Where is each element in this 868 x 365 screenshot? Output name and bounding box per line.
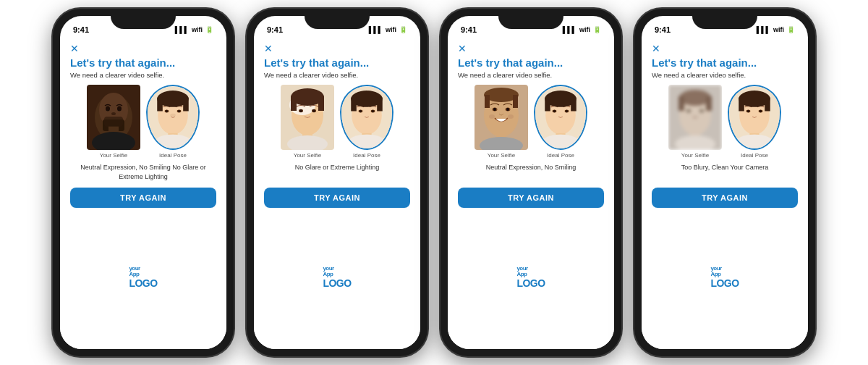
svg-rect-70: [571, 98, 576, 112]
phone-screen-2: 9:41 ▌▌▌ wifi 🔋 ✕ Let's try that again..…: [254, 16, 420, 349]
try-again-button-1[interactable]: TRY AGAIN: [70, 188, 216, 208]
battery-icon-3: 🔋: [593, 26, 601, 33]
subheadline-3: We need a clearer video selfie.: [458, 71, 604, 79]
wifi-icon-1: wifi: [192, 26, 203, 33]
ideal-image-1: [146, 85, 200, 150]
svg-point-40: [359, 110, 362, 112]
logo-4: yourApp LOGO: [710, 266, 739, 289]
svg-rect-90: [765, 98, 770, 112]
close-button-1[interactable]: ✕: [70, 43, 216, 54]
logo-area-2: yourApp LOGO: [264, 214, 410, 342]
logo-small-3: yourApp: [516, 266, 545, 277]
ideal-label-3: Ideal Pose: [547, 152, 574, 159]
selfie-item-yours-1: Your Selfie: [87, 85, 140, 159]
close-button-4[interactable]: ✕: [652, 43, 798, 54]
svg-point-51: [493, 108, 496, 111]
selfie-item-yours-3: Your Selfie: [475, 85, 528, 159]
selfie-item-ideal-4: Ideal Pose: [728, 85, 781, 159]
headline-1: Let's try that again...: [70, 56, 216, 70]
subheadline-4: We need a clearer video selfie.: [652, 71, 798, 79]
close-button-2[interactable]: ✕: [264, 43, 410, 54]
logo-2: yourApp LOGO: [323, 266, 351, 289]
status-icons-2: ▌▌▌ wifi 🔋: [369, 26, 407, 33]
svg-rect-89: [739, 98, 744, 112]
selfie-item-ideal-2: Ideal Pose: [340, 85, 393, 159]
screen-content-2: ✕ Let's try that again... We need a clea…: [254, 39, 420, 349]
tip-text-2: No Glare or Extreme Lighting: [264, 163, 410, 182]
screen-content-4: ✕ Let's try that again... We need a clea…: [642, 39, 808, 349]
ideal-label-1: Ideal Pose: [159, 152, 187, 159]
subheadline-1: We need a clearer video selfie.: [70, 71, 216, 79]
svg-point-52: [506, 108, 509, 111]
svg-point-29: [299, 109, 302, 112]
selfie-row-2: Your Selfie: [264, 85, 410, 159]
selfie-your-label-1: Your Selfie: [100, 152, 127, 159]
phone-4: 9:41 ▌▌▌ wifi 🔋 ✕ Let's try that again..…: [634, 9, 815, 356]
svg-point-74: [699, 109, 704, 113]
ideal-image-4: [728, 85, 781, 150]
svg-point-53: [489, 114, 495, 119]
svg-point-5: [106, 107, 109, 110]
headline-3: Let's try that again...: [458, 56, 604, 70]
selfie-item-ideal-1: Ideal Pose: [146, 85, 200, 159]
time-1: 9:41: [73, 25, 89, 34]
try-again-button-4[interactable]: TRY AGAIN: [652, 188, 798, 208]
svg-rect-69: [545, 98, 550, 112]
selfie-your-label-3: Your Selfie: [488, 152, 515, 159]
phone-screen-1: 9:41 ▌▌▌ wifi 🔋 ✕ Let's try that again..…: [60, 16, 226, 349]
svg-point-73: [686, 109, 691, 113]
svg-point-16: [166, 110, 168, 112]
selfie-your-label-4: Your Selfie: [681, 152, 709, 159]
svg-rect-46: [377, 98, 383, 112]
svg-rect-23: [183, 98, 189, 112]
selfie-your-image-3: [475, 85, 528, 150]
ideal-image-2: [340, 85, 393, 150]
svg-point-17: [178, 110, 180, 112]
phone-3: 9:41 ▌▌▌ wifi 🔋 ✕ Let's try that again..…: [441, 9, 621, 356]
ideal-label-2: Ideal Pose: [353, 152, 380, 159]
svg-rect-45: [351, 98, 357, 112]
logo-small-1: yourApp: [129, 266, 157, 277]
ideal-label-4: Ideal Pose: [741, 152, 768, 159]
selfie-row-4: Your Selfie: [652, 85, 798, 159]
logo-3: yourApp LOGO: [516, 266, 545, 289]
svg-rect-58: [485, 95, 490, 108]
battery-icon-4: 🔋: [787, 26, 795, 33]
tip-text-1: Neutral Expression, No Smiling No Glare …: [70, 163, 216, 182]
svg-point-41: [372, 110, 374, 112]
svg-rect-79: [706, 96, 712, 111]
svg-point-65: [566, 110, 568, 112]
selfie-row-3: Your Selfie: [458, 85, 604, 159]
logo-area-4: yourApp LOGO: [652, 214, 798, 342]
signal-icon-3: ▌▌▌: [563, 26, 576, 33]
svg-point-30: [312, 109, 315, 112]
status-icons-4: ▌▌▌ wifi 🔋: [757, 26, 795, 33]
phone-screen-4: 9:41 ▌▌▌ wifi 🔋 ✕ Let's try that again..…: [642, 16, 808, 349]
logo-area-3: yourApp LOGO: [458, 214, 604, 342]
time-3: 9:41: [461, 25, 477, 34]
svg-rect-22: [157, 98, 163, 112]
screen-content-1: ✕ Let's try that again... We need a clea…: [60, 39, 226, 349]
logo-big-4: LOGO: [710, 277, 739, 289]
try-again-button-3[interactable]: TRY AGAIN: [458, 188, 604, 208]
selfie-row-1: Your Selfie: [70, 85, 216, 159]
time-4: 9:41: [655, 25, 671, 34]
wifi-icon-2: wifi: [386, 26, 396, 33]
signal-icon-2: ▌▌▌: [369, 26, 383, 33]
headline-4: Let's try that again...: [652, 56, 798, 70]
close-button-3[interactable]: ✕: [458, 43, 604, 54]
tip-text-3: Neutral Expression, No Smiling: [458, 163, 604, 182]
try-again-button-2[interactable]: TRY AGAIN: [264, 188, 410, 208]
selfie-item-yours-2: Your Selfie: [281, 85, 334, 159]
tip-text-4: Too Blury, Clean Your Camera: [652, 163, 798, 182]
phone-screen-3: 9:41 ▌▌▌ wifi 🔋 ✕ Let's try that again..…: [448, 16, 614, 349]
svg-point-84: [747, 110, 749, 112]
screen-content-3: ✕ Let's try that again... We need a clea…: [448, 39, 614, 349]
svg-rect-59: [513, 95, 518, 108]
time-2: 9:41: [267, 25, 283, 34]
svg-point-54: [508, 114, 514, 119]
logo-area-1: yourApp LOGO: [70, 214, 216, 342]
svg-point-7: [111, 112, 116, 115]
selfie-your-image-2: [281, 85, 334, 150]
logo-small-4: yourApp: [710, 266, 739, 277]
